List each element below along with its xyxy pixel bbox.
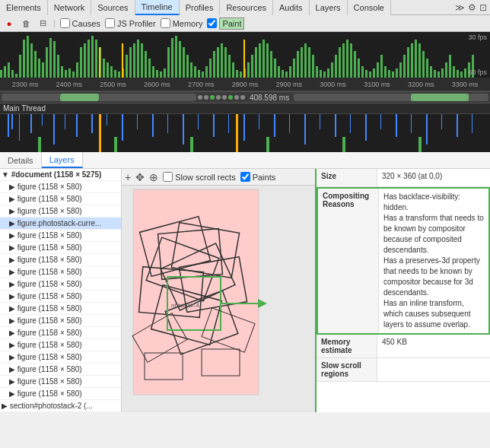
svg-rect-69 [262,40,265,78]
tab-audits[interactable]: Audits [273,0,310,15]
causes-checkbox-label[interactable]: Causes [60,18,100,28]
svg-rect-94 [358,59,360,78]
bottom-panel: Details Layers ▼ #document (1158 × 5275)… [0,152,490,412]
svg-rect-92 [350,43,352,78]
tree-item-1[interactable]: ▶ figure (1158 × 580) [0,181,121,193]
tab-network[interactable]: Network [48,0,91,15]
slow-scroll-checkbox-label[interactable]: Slow scroll rects [163,172,235,182]
paint-checkbox-label[interactable]: Paint [207,17,244,30]
tab-console[interactable]: Console [348,0,391,15]
svg-rect-40 [152,66,154,78]
tree-item-section[interactable]: ▶ section#photostack-2 (... [0,400,121,412]
scrollbar-thumb-right[interactable] [411,94,469,101]
scrollbar-track-right[interactable] [294,94,488,101]
tree-arrow-18: ▶ [9,389,18,398]
scrollbar-track[interactable] [2,94,196,101]
slow-scroll-checkbox[interactable] [163,172,173,182]
paint-label: Paint [219,17,244,30]
undock-icon[interactable]: ⊡ [479,2,487,13]
move-icon[interactable]: ⊕ [149,171,158,183]
svg-rect-121 [460,71,463,78]
tree-item-10[interactable]: ▶ figure (1158 × 580) [0,291,121,303]
tree-item-2[interactable]: ▶ figure (1158 × 580) [0,193,121,205]
clear-button[interactable]: 🗑 [20,17,32,30]
ruler-label-0: 2300 ms [3,81,47,88]
paints-checkbox-label[interactable]: Paints [240,172,276,182]
tab-sources[interactable]: Sources [91,0,135,15]
tree-item-12[interactable]: ▶ figure (1158 × 580) [0,315,121,327]
memory-checkbox[interactable] [161,18,170,28]
tree-item-6[interactable]: ▶ figure (1158 × 580) [0,242,121,254]
tree-item-15[interactable]: ▶ figure (1158 × 580) [0,351,121,364]
tab-resources[interactable]: Resources [220,0,273,15]
layers-tree[interactable]: ▼ #document (1158 × 5275) ▶ figure (1158… [0,169,122,412]
svg-rect-21 [80,47,82,78]
paint-checkbox[interactable] [207,18,217,28]
tree-arrow-13: ▶ [9,329,18,337]
canvas-viewport[interactable]: nhtstack-4 [122,186,315,412]
tab-timeline[interactable]: Timeline [135,0,180,15]
tree-arrow-root: ▼ [2,170,11,179]
dot-4 [216,95,221,100]
zoom-in-icon[interactable]: + [125,171,131,183]
scrollbar-thumb[interactable] [60,94,99,101]
scrollbar-time: 408.598 ms [247,94,292,102]
svg-rect-164 [38,137,41,152]
svg-rect-61 [232,62,234,78]
svg-rect-22 [84,43,86,78]
settings-icon[interactable]: ⚙ [468,2,476,13]
tree-item-5[interactable]: ▶ figure (1158 × 580) [0,230,121,242]
tree-item-9[interactable]: ▶ figure (1158 × 580) [0,278,121,291]
tree-item-14[interactable]: ▶ figure (1158 × 580) [0,339,121,351]
svg-rect-153 [350,114,351,133]
svg-rect-142 [183,114,184,145]
svg-rect-85 [323,71,326,78]
svg-rect-130 [19,114,20,141]
tab-details[interactable]: Details [0,152,42,168]
svg-rect-52 [198,70,200,78]
svg-rect-82 [312,55,314,78]
overflow-icon[interactable]: ≫ [455,2,465,13]
dot-2 [204,95,208,100]
paints-checkbox[interactable] [240,172,250,182]
timeline-toolbar: ● 🗑 ⊟ | Causes JS Profiler Memory Paint [0,15,490,32]
svg-rect-131 [30,114,32,133]
tab-profiles[interactable]: Profiles [180,0,221,15]
svg-rect-4 [15,74,18,78]
svg-rect-120 [457,70,459,78]
fps-top-label: 30 fps [468,33,487,41]
js-profiler-checkbox[interactable] [105,18,115,28]
record-button[interactable]: ● [3,17,15,30]
memory-checkbox-label[interactable]: Memory [161,18,203,28]
filter-button[interactable]: ⊟ [37,17,49,30]
tree-item-root[interactable]: ▼ #document (1158 × 5275) [0,169,121,181]
top-tab-bar: Elements Network Sources Timeline Profil… [0,0,490,15]
tree-item-18[interactable]: ▶ figure (1158 × 580) [0,388,121,400]
svg-rect-77 [293,59,295,78]
svg-rect-137 [107,114,107,126]
dot-5 [222,95,227,100]
svg-rect-105 [399,62,402,78]
tree-item-16[interactable]: ▶ figure (1158 × 580) [0,364,121,376]
tree-item-3[interactable]: ▶ figure (1158 × 580) [0,205,121,218]
tree-item-7[interactable]: ▶ figure (1158 × 580) [0,254,121,266]
tab-layers[interactable]: Layers [42,152,83,168]
js-profiler-checkbox-label[interactable]: JS Profiler [105,18,156,28]
info-row-slow-scroll: Slow scroll regions [317,358,490,382]
pan-icon[interactable]: ✥ [135,171,145,183]
svg-rect-89 [339,47,341,78]
tree-item-17[interactable]: ▶ figure (1158 × 580) [0,376,121,388]
tree-item-4[interactable]: ▶ figure.photostack-curre... [0,218,121,230]
tab-elements[interactable]: Elements [0,0,48,15]
svg-rect-14 [53,41,56,78]
tree-item-11[interactable]: ▶ figure (1158 × 580) [0,303,121,315]
compositing-label: Compositing Reasons [318,189,379,333]
timeline-scrollbar[interactable]: 408.598 ms [0,91,490,103]
svg-rect-58 [221,43,223,78]
svg-rect-11 [42,62,44,78]
tree-item-8[interactable]: ▶ figure (1158 × 580) [0,266,121,278]
tree-arrow-6: ▶ [9,243,18,252]
causes-checkbox[interactable] [60,18,70,28]
tab-layers[interactable]: Layers [310,0,348,15]
tree-item-13[interactable]: ▶ figure (1158 × 580) [0,327,121,339]
